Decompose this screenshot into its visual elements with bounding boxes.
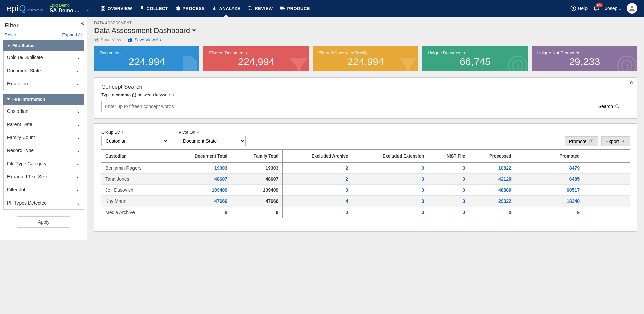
cell-promoted[interactable]: 8479 bbox=[516, 162, 630, 174]
col-family-total[interactable]: Family Total bbox=[231, 150, 283, 163]
collapse-panel-icon[interactable] bbox=[629, 80, 634, 85]
filter-item-filter-job[interactable]: Filter Job⌄ bbox=[3, 183, 84, 196]
cell-custodian: Kay Mann bbox=[101, 196, 169, 207]
groupby-select[interactable]: Custodian bbox=[101, 136, 168, 146]
col-processed[interactable]: Processed bbox=[469, 150, 516, 163]
col-excluded-archive[interactable]: Excluded Archive bbox=[283, 150, 352, 163]
chevron-down-icon: ⌄ bbox=[76, 55, 80, 60]
svg-line-13 bbox=[618, 107, 619, 108]
kpi-unique-not-promoted[interactable]: Unique Not Promoted 29,233 bbox=[532, 46, 637, 71]
kpi-filtered-family[interactable]: Filtered Docs with Family 224,994 bbox=[313, 46, 418, 71]
cell-excluded-archive[interactable]: 2 bbox=[283, 162, 352, 174]
cell-document-total[interactable]: 19303 bbox=[169, 162, 231, 174]
concept-search-input[interactable] bbox=[101, 101, 584, 112]
kpi-unique-documents[interactable]: Unique Documents 66,745 bbox=[422, 46, 528, 71]
cell-excluded-archive[interactable]: 3 bbox=[283, 185, 352, 196]
tab-collect[interactable]: COLLECT bbox=[139, 0, 168, 17]
cell-excluded-archive[interactable]: 4 bbox=[283, 196, 352, 207]
filter-item-file-type-category[interactable]: File Type Category⌄ bbox=[3, 157, 84, 170]
tab-review[interactable]: REVIEW bbox=[247, 0, 273, 17]
cell-nist-file[interactable]: 0 bbox=[428, 162, 469, 174]
filter-item-unique-duplicate[interactable]: Unique/Duplicate⌄ bbox=[3, 51, 84, 64]
cell-custodian: Tana Jones bbox=[101, 174, 169, 185]
table-row[interactable]: Benjamin Rogers1930319303200108228479 bbox=[101, 162, 630, 174]
user-name[interactable]: Josep... bbox=[605, 6, 621, 11]
cell-excluded-extension[interactable]: 0 bbox=[352, 185, 428, 196]
notifications[interactable]: 65 bbox=[593, 4, 600, 13]
expand-all-link[interactable]: Expand All bbox=[62, 32, 83, 37]
cell-excluded-extension[interactable]: 0 bbox=[352, 196, 428, 207]
save-view-as-button[interactable]: Save View As bbox=[127, 37, 161, 42]
cell-processed[interactable]: 10822 bbox=[469, 162, 516, 174]
caret-down-icon[interactable] bbox=[192, 29, 196, 33]
cell-nist-file[interactable]: 0 bbox=[428, 174, 469, 185]
logo[interactable]: epiQ discovery bbox=[7, 3, 43, 14]
table-row[interactable]: Jeff Dasovich1094091094093004888960517 bbox=[101, 185, 630, 196]
cell-document-total[interactable]: 9 bbox=[169, 207, 231, 218]
kpi-documents[interactable]: Documents 224,994 bbox=[94, 46, 199, 71]
cell-processed[interactable]: 29322 bbox=[469, 196, 516, 207]
cell-excluded-extension[interactable]: 0 bbox=[352, 162, 428, 174]
col-custodian[interactable]: Custodian bbox=[101, 150, 169, 163]
help-link[interactable]: Help bbox=[570, 5, 588, 11]
reset-link[interactable]: Reset bbox=[5, 32, 16, 37]
filter-item-family-count[interactable]: Family Count⌄ bbox=[3, 131, 84, 144]
export-button[interactable]: Export bbox=[601, 136, 630, 146]
filter-icon bbox=[287, 54, 309, 71]
filter-item-parent-date[interactable]: Parent Date⌄ bbox=[3, 118, 84, 131]
cell-promoted[interactable]: 60517 bbox=[516, 185, 630, 196]
cell-nist-file[interactable]: 0 bbox=[428, 185, 469, 196]
filter-item-extracted-text-size[interactable]: Extracted Text Size⌄ bbox=[3, 170, 84, 183]
filter-group-file-information[interactable]: File Information bbox=[3, 94, 84, 105]
col-excluded-extension[interactable]: Excluded Extension bbox=[352, 150, 428, 163]
promote-button[interactable]: Promote bbox=[565, 136, 598, 146]
cell-processed[interactable]: 48889 bbox=[469, 185, 516, 196]
cell-family-total: 9 bbox=[231, 207, 283, 218]
cell-excluded-extension[interactable]: 0 bbox=[352, 174, 428, 185]
cell-document-total[interactable]: 48607 bbox=[169, 174, 231, 185]
save-view-button[interactable]: Save View bbox=[94, 37, 121, 42]
cell-family-total: 47666 bbox=[231, 196, 283, 207]
pivot-select[interactable]: Document State bbox=[179, 136, 246, 146]
collapse-sidebar-icon[interactable]: « bbox=[81, 20, 84, 26]
col-promoted[interactable]: Promoted bbox=[516, 150, 630, 163]
kpi-filtered-documents[interactable]: Filtered Documents 224,994 bbox=[203, 46, 309, 71]
cell-promoted[interactable]: 9 bbox=[516, 207, 630, 218]
cell-nist-file[interactable]: 0 bbox=[428, 207, 469, 218]
apply-button[interactable]: Apply bbox=[17, 216, 70, 228]
table-row[interactable]: Kay Mann47666476664002932218340 bbox=[101, 196, 630, 207]
chevron-down-icon: ⌄ bbox=[76, 68, 80, 73]
search-button[interactable]: Search bbox=[588, 101, 630, 112]
tab-overview[interactable]: OVERVIEW bbox=[100, 0, 132, 17]
filter-item-exception[interactable]: Exception⌄ bbox=[3, 77, 84, 90]
cell-excluded-extension[interactable]: 0 bbox=[352, 207, 428, 218]
tab-produce[interactable]: PRODUCE bbox=[280, 0, 310, 17]
cell-promoted[interactable]: 18340 bbox=[516, 196, 630, 207]
cell-document-total[interactable]: 47666 bbox=[169, 196, 231, 207]
cell-processed[interactable]: 42120 bbox=[469, 174, 516, 185]
cell-excluded-archive[interactable]: 0 bbox=[283, 207, 352, 218]
analyze-icon bbox=[212, 6, 217, 11]
tab-process[interactable]: PROCESS bbox=[175, 0, 205, 17]
filter-group-file-status[interactable]: File Status bbox=[3, 40, 84, 51]
filter-item-record-type[interactable]: Record Type⌄ bbox=[3, 144, 84, 157]
cell-nist-file[interactable]: 0 bbox=[428, 196, 469, 207]
filter-item-pii-types-detected[interactable]: PII Types Detected⌄ bbox=[3, 196, 84, 210]
table-row[interactable]: Tana Jones4860748607200421206485 bbox=[101, 174, 630, 185]
cell-processed[interactable]: 0 bbox=[469, 207, 516, 218]
filter-item-document-state[interactable]: Document State⌄ bbox=[3, 64, 84, 77]
filter-item-custodian[interactable]: Custodian⌄ bbox=[3, 105, 84, 118]
help-icon bbox=[570, 5, 576, 11]
cell-document-total[interactable]: 109409 bbox=[169, 185, 231, 196]
project-selector[interactable]: Epiq Demo SA Demo ... bbox=[49, 3, 90, 14]
content: DATA ASSESSMENT Data Assessment Dashboar… bbox=[87, 17, 644, 240]
cell-promoted[interactable]: 6485 bbox=[516, 174, 630, 185]
avatar[interactable] bbox=[627, 3, 637, 14]
caret-down-icon bbox=[7, 44, 10, 47]
cell-excluded-archive[interactable]: 2 bbox=[283, 174, 352, 185]
cell-family-total: 48607 bbox=[231, 174, 283, 185]
col-nist-file[interactable]: NIST File bbox=[428, 150, 469, 163]
tab-analyze[interactable]: ANALYZE bbox=[212, 0, 241, 17]
table-row[interactable]: Media Archive9900009 bbox=[101, 207, 630, 218]
col-document-total[interactable]: Document Total bbox=[169, 150, 231, 163]
